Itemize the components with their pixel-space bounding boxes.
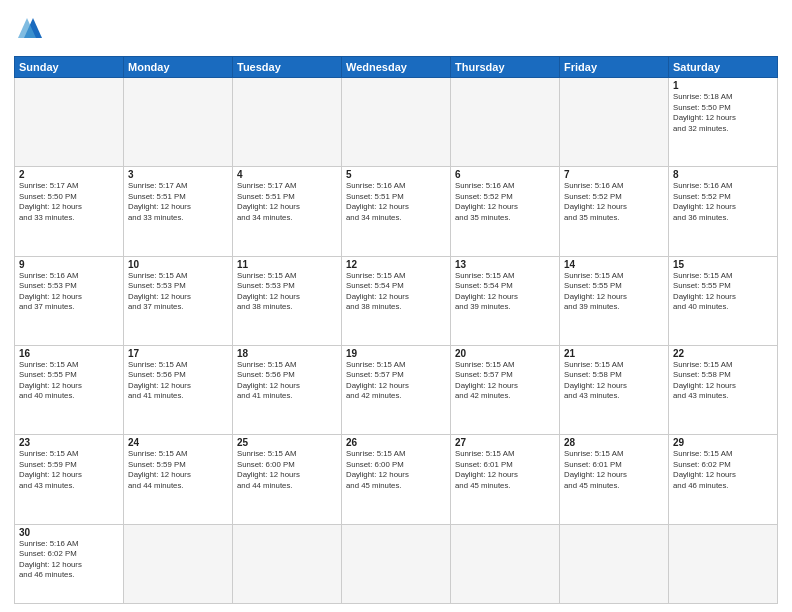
day-number: 30 <box>19 527 119 538</box>
calendar-body: 1Sunrise: 5:18 AM Sunset: 5:50 PM Daylig… <box>15 78 778 604</box>
day-number: 15 <box>673 259 773 270</box>
day-cell: 18Sunrise: 5:15 AM Sunset: 5:56 PM Dayli… <box>233 345 342 434</box>
day-cell: 30Sunrise: 5:16 AM Sunset: 6:02 PM Dayli… <box>15 524 124 603</box>
day-cell: 25Sunrise: 5:15 AM Sunset: 6:00 PM Dayli… <box>233 435 342 524</box>
day-info: Sunrise: 5:15 AM Sunset: 6:01 PM Dayligh… <box>455 449 555 491</box>
day-info: Sunrise: 5:16 AM Sunset: 5:52 PM Dayligh… <box>673 181 773 223</box>
week-row-2: 9Sunrise: 5:16 AM Sunset: 5:53 PM Daylig… <box>15 256 778 345</box>
day-number: 14 <box>564 259 664 270</box>
day-cell: 10Sunrise: 5:15 AM Sunset: 5:53 PM Dayli… <box>124 256 233 345</box>
calendar-table: SundayMondayTuesdayWednesdayThursdayFrid… <box>14 56 778 604</box>
day-number: 23 <box>19 437 119 448</box>
day-cell: 13Sunrise: 5:15 AM Sunset: 5:54 PM Dayli… <box>451 256 560 345</box>
week-row-3: 16Sunrise: 5:15 AM Sunset: 5:55 PM Dayli… <box>15 345 778 434</box>
day-cell <box>451 78 560 167</box>
day-cell: 24Sunrise: 5:15 AM Sunset: 5:59 PM Dayli… <box>124 435 233 524</box>
day-header-tuesday: Tuesday <box>233 57 342 78</box>
day-info: Sunrise: 5:15 AM Sunset: 5:58 PM Dayligh… <box>673 360 773 402</box>
day-number: 10 <box>128 259 228 270</box>
day-info: Sunrise: 5:15 AM Sunset: 5:57 PM Dayligh… <box>346 360 446 402</box>
day-number: 18 <box>237 348 337 359</box>
day-number: 29 <box>673 437 773 448</box>
day-number: 28 <box>564 437 664 448</box>
day-info: Sunrise: 5:15 AM Sunset: 5:57 PM Dayligh… <box>455 360 555 402</box>
day-info: Sunrise: 5:15 AM Sunset: 6:02 PM Dayligh… <box>673 449 773 491</box>
day-info: Sunrise: 5:15 AM Sunset: 5:53 PM Dayligh… <box>128 271 228 313</box>
day-info: Sunrise: 5:15 AM Sunset: 5:54 PM Dayligh… <box>455 271 555 313</box>
day-info: Sunrise: 5:15 AM Sunset: 6:00 PM Dayligh… <box>346 449 446 491</box>
day-number: 27 <box>455 437 555 448</box>
day-number: 22 <box>673 348 773 359</box>
day-cell: 29Sunrise: 5:15 AM Sunset: 6:02 PM Dayli… <box>669 435 778 524</box>
day-info: Sunrise: 5:15 AM Sunset: 5:54 PM Dayligh… <box>346 271 446 313</box>
day-cell <box>560 78 669 167</box>
day-info: Sunrise: 5:17 AM Sunset: 5:51 PM Dayligh… <box>128 181 228 223</box>
day-number: 13 <box>455 259 555 270</box>
days-row: SundayMondayTuesdayWednesdayThursdayFrid… <box>15 57 778 78</box>
day-cell: 6Sunrise: 5:16 AM Sunset: 5:52 PM Daylig… <box>451 167 560 256</box>
day-cell: 3Sunrise: 5:17 AM Sunset: 5:51 PM Daylig… <box>124 167 233 256</box>
day-number: 20 <box>455 348 555 359</box>
day-header-saturday: Saturday <box>669 57 778 78</box>
calendar-header: SundayMondayTuesdayWednesdayThursdayFrid… <box>15 57 778 78</box>
day-info: Sunrise: 5:17 AM Sunset: 5:50 PM Dayligh… <box>19 181 119 223</box>
day-cell: 11Sunrise: 5:15 AM Sunset: 5:53 PM Dayli… <box>233 256 342 345</box>
day-number: 4 <box>237 169 337 180</box>
day-cell: 19Sunrise: 5:15 AM Sunset: 5:57 PM Dayli… <box>342 345 451 434</box>
day-cell <box>233 78 342 167</box>
day-cell: 22Sunrise: 5:15 AM Sunset: 5:58 PM Dayli… <box>669 345 778 434</box>
day-cell: 4Sunrise: 5:17 AM Sunset: 5:51 PM Daylig… <box>233 167 342 256</box>
day-cell: 12Sunrise: 5:15 AM Sunset: 5:54 PM Dayli… <box>342 256 451 345</box>
day-number: 24 <box>128 437 228 448</box>
day-info: Sunrise: 5:16 AM Sunset: 6:02 PM Dayligh… <box>19 539 119 581</box>
day-info: Sunrise: 5:15 AM Sunset: 5:59 PM Dayligh… <box>128 449 228 491</box>
day-cell <box>342 524 451 603</box>
day-number: 25 <box>237 437 337 448</box>
day-info: Sunrise: 5:15 AM Sunset: 5:55 PM Dayligh… <box>564 271 664 313</box>
day-info: Sunrise: 5:15 AM Sunset: 5:56 PM Dayligh… <box>128 360 228 402</box>
day-header-friday: Friday <box>560 57 669 78</box>
week-row-5: 30Sunrise: 5:16 AM Sunset: 6:02 PM Dayli… <box>15 524 778 603</box>
day-info: Sunrise: 5:16 AM Sunset: 5:53 PM Dayligh… <box>19 271 119 313</box>
day-number: 9 <box>19 259 119 270</box>
header <box>14 10 778 48</box>
day-cell <box>342 78 451 167</box>
day-info: Sunrise: 5:15 AM Sunset: 6:01 PM Dayligh… <box>564 449 664 491</box>
day-cell: 23Sunrise: 5:15 AM Sunset: 5:59 PM Dayli… <box>15 435 124 524</box>
week-row-1: 2Sunrise: 5:17 AM Sunset: 5:50 PM Daylig… <box>15 167 778 256</box>
day-info: Sunrise: 5:15 AM Sunset: 5:56 PM Dayligh… <box>237 360 337 402</box>
day-number: 8 <box>673 169 773 180</box>
week-row-0: 1Sunrise: 5:18 AM Sunset: 5:50 PM Daylig… <box>15 78 778 167</box>
day-header-thursday: Thursday <box>451 57 560 78</box>
day-info: Sunrise: 5:15 AM Sunset: 5:58 PM Dayligh… <box>564 360 664 402</box>
day-cell: 28Sunrise: 5:15 AM Sunset: 6:01 PM Dayli… <box>560 435 669 524</box>
day-info: Sunrise: 5:15 AM Sunset: 5:53 PM Dayligh… <box>237 271 337 313</box>
day-header-monday: Monday <box>124 57 233 78</box>
day-number: 11 <box>237 259 337 270</box>
day-cell: 5Sunrise: 5:16 AM Sunset: 5:51 PM Daylig… <box>342 167 451 256</box>
day-number: 5 <box>346 169 446 180</box>
day-cell <box>669 524 778 603</box>
day-number: 19 <box>346 348 446 359</box>
logo <box>14 10 58 48</box>
day-number: 21 <box>564 348 664 359</box>
day-number: 17 <box>128 348 228 359</box>
day-cell: 27Sunrise: 5:15 AM Sunset: 6:01 PM Dayli… <box>451 435 560 524</box>
day-cell: 7Sunrise: 5:16 AM Sunset: 5:52 PM Daylig… <box>560 167 669 256</box>
page: SundayMondayTuesdayWednesdayThursdayFrid… <box>0 0 792 612</box>
day-number: 3 <box>128 169 228 180</box>
day-cell: 26Sunrise: 5:15 AM Sunset: 6:00 PM Dayli… <box>342 435 451 524</box>
day-number: 12 <box>346 259 446 270</box>
day-cell: 21Sunrise: 5:15 AM Sunset: 5:58 PM Dayli… <box>560 345 669 434</box>
day-info: Sunrise: 5:16 AM Sunset: 5:52 PM Dayligh… <box>455 181 555 223</box>
day-info: Sunrise: 5:16 AM Sunset: 5:51 PM Dayligh… <box>346 181 446 223</box>
day-cell: 9Sunrise: 5:16 AM Sunset: 5:53 PM Daylig… <box>15 256 124 345</box>
day-cell: 16Sunrise: 5:15 AM Sunset: 5:55 PM Dayli… <box>15 345 124 434</box>
day-cell <box>233 524 342 603</box>
day-info: Sunrise: 5:15 AM Sunset: 5:55 PM Dayligh… <box>19 360 119 402</box>
day-info: Sunrise: 5:17 AM Sunset: 5:51 PM Dayligh… <box>237 181 337 223</box>
week-row-4: 23Sunrise: 5:15 AM Sunset: 5:59 PM Dayli… <box>15 435 778 524</box>
day-cell <box>560 524 669 603</box>
day-info: Sunrise: 5:15 AM Sunset: 5:55 PM Dayligh… <box>673 271 773 313</box>
day-cell: 14Sunrise: 5:15 AM Sunset: 5:55 PM Dayli… <box>560 256 669 345</box>
